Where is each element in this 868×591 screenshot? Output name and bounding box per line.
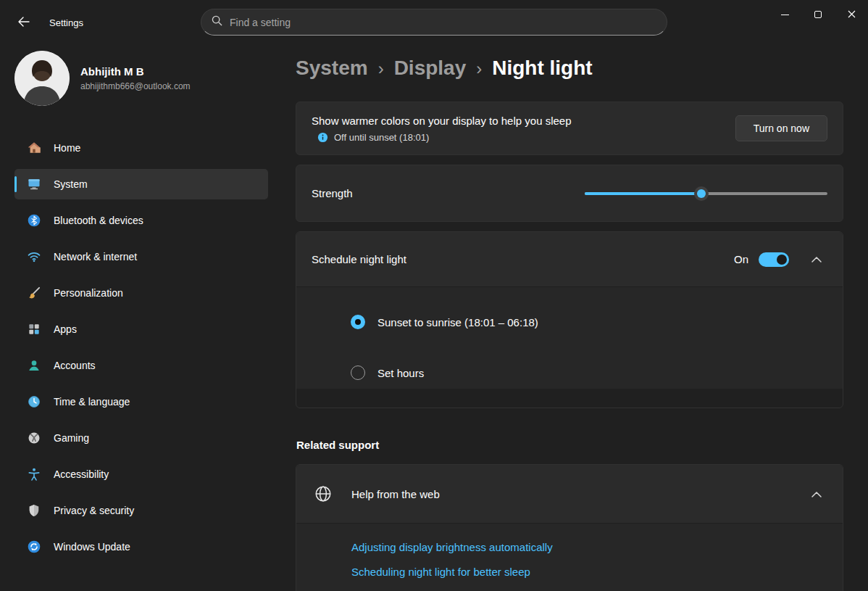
network-icon [26,249,42,265]
user-name: Abhijith M B [80,65,191,78]
sidebar-item-windows-update[interactable]: Windows Update [14,532,268,562]
help-collapse-button[interactable] [808,485,825,503]
sidebar: Abhijith M B abhijithmb666@outlook.com H… [0,45,275,591]
sidebar-item-accounts[interactable]: Accounts [14,350,268,381]
help-link-brightness[interactable]: Adjusting display brightness automatical… [351,541,843,553]
system-icon [26,176,42,192]
schedule-label: Schedule night light [312,253,734,265]
strength-slider-fill [585,192,701,195]
chevron-up-icon [811,489,822,500]
night-light-card: Show warmer colors on your display to he… [296,102,843,155]
strength-card: Strength [296,165,843,222]
apps-icon [26,321,42,337]
sidebar-item-gaming[interactable]: Gaming [14,423,268,453]
sidebar-item-time-language[interactable]: Time & language [14,387,268,417]
radio-sunset-to-sunrise[interactable]: Sunset to sunrise (18:01 – 06:18) [296,306,843,338]
user-email: abhijithmb666@outlook.com [80,81,191,91]
strength-slider[interactable] [585,186,827,201]
titlebar: Settings [0,0,868,45]
info-icon [317,132,328,143]
strength-label: Strength [312,187,585,199]
sidebar-item-bluetooth-devices[interactable]: Bluetooth & devices [14,205,268,236]
turn-on-now-button[interactable]: Turn on now [735,115,827,141]
page-title: Night light [492,57,592,80]
sidebar-nav: Home System Bluetooth & devices [0,133,275,562]
search-icon [212,15,222,29]
search-input[interactable] [230,17,656,28]
maximize-icon [814,11,822,18]
night-light-status: Off until sunset (18:01) [334,132,429,143]
schedule-card-group: Schedule night light On Sunset to sunris… [296,231,843,408]
radio-unselected-icon [351,365,365,380]
minimize-button[interactable] [768,0,801,29]
privacy-shield-icon [26,503,42,518]
night-light-title: Show warmer colors on your display to he… [312,115,735,127]
schedule-collapse-button[interactable] [808,251,825,268]
help-link-scheduling[interactable]: Scheduling night light for better sleep [351,566,843,578]
home-icon [26,140,42,156]
globe-icon [314,484,333,503]
breadcrumb-display[interactable]: Display [394,57,467,80]
time-language-icon [26,394,42,410]
schedule-toggle-state: On [734,253,748,265]
sidebar-item-system[interactable]: System [14,169,268,199]
related-support-heading: Related support [296,439,843,451]
maximize-button[interactable] [801,0,835,29]
gaming-icon [26,430,42,446]
personalization-icon [26,285,42,301]
breadcrumb: System › Display › Night light [296,57,843,80]
main-content: System › Display › Night light Show warm… [275,45,868,591]
help-links: Adjusting display brightness automatical… [296,523,843,591]
avatar [14,51,70,106]
schedule-header: Schedule night light On [296,232,843,286]
settings-window: Settings Abhijith M [0,0,868,591]
windows-update-icon [26,539,42,555]
strength-slider-thumb[interactable] [694,186,709,201]
breadcrumb-separator: › [378,57,384,79]
help-from-web-title: Help from the web [351,488,789,500]
sidebar-item-accessibility[interactable]: Accessibility [14,459,268,489]
close-icon [848,9,856,20]
window-controls [768,0,868,29]
sidebar-item-network-internet[interactable]: Network & internet [14,241,268,272]
help-card-group: Help from the web Adjusting display brig… [296,464,843,591]
sidebar-item-apps[interactable]: Apps [14,314,268,344]
app-title: Settings [49,17,83,28]
search-box[interactable] [201,9,667,36]
sidebar-item-home[interactable]: Home [14,133,268,163]
back-button[interactable] [9,10,38,35]
bluetooth-icon [26,212,42,228]
radio-selected-icon [351,315,365,329]
chevron-up-icon [811,254,822,265]
accounts-icon [26,358,42,373]
schedule-toggle[interactable] [759,252,789,267]
radio-set-hours[interactable]: Set hours [296,357,843,389]
schedule-options: Sunset to sunrise (18:01 – 06:18) Set ho… [296,286,843,389]
breadcrumb-system[interactable]: System [296,57,368,80]
breadcrumb-separator: › [476,57,482,79]
help-header: Help from the web [296,465,843,523]
close-button[interactable] [835,0,868,29]
user-profile[interactable]: Abhijith M B abhijithmb666@outlook.com [14,51,275,106]
accessibility-icon [26,466,42,482]
minimize-icon [781,15,789,15]
sidebar-item-personalization[interactable]: Personalization [14,278,268,308]
sidebar-item-privacy-security[interactable]: Privacy & security [14,495,268,526]
back-arrow-icon [17,17,30,29]
